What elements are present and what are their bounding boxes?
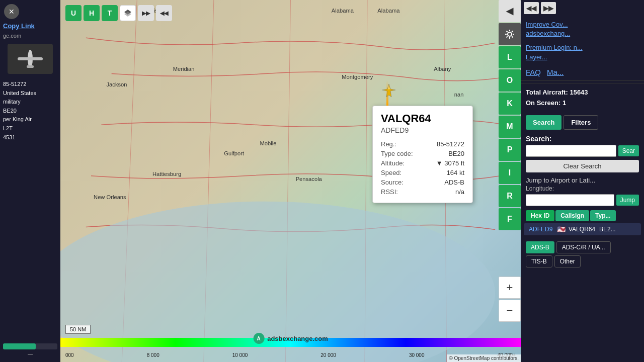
column-headers: Hex ID Callsign Typ...	[521, 207, 644, 222]
svg-text:Hattiesburg: Hattiesburg	[152, 171, 181, 177]
jump-row: Jump	[521, 193, 644, 207]
map-link[interactable]: Ma...	[547, 68, 564, 76]
aircraft-code1: L2T	[3, 124, 57, 133]
o-button[interactable]: O	[499, 69, 521, 92]
aircraft-icon[interactable]	[381, 83, 396, 98]
layers-button[interactable]	[120, 5, 136, 21]
reg-value: 85-51272	[426, 139, 464, 149]
gear-button[interactable]	[499, 23, 521, 45]
source-label: Source:	[381, 177, 426, 187]
left-panel: ✕ Copy Link ge.com 85-51272 United State…	[0, 0, 60, 362]
adsc-source-button[interactable]: ADS-C/R / UA...	[556, 241, 611, 253]
alt-label-3: 20 000	[320, 352, 336, 358]
f-button[interactable]: F	[499, 208, 521, 230]
svg-text:Alabama: Alabama	[332, 8, 354, 14]
map-area[interactable]: Jackson Meridian Hattiesburg Gulfport Ne…	[60, 0, 521, 362]
scale-indicator: 50 NM	[65, 325, 91, 334]
altitude-label: Altitude:	[381, 158, 426, 168]
map-controls: U H T ▶▶ ◀◀	[65, 5, 172, 21]
search-go-button[interactable]: Sear	[618, 145, 639, 156]
alt-label-1: 8 000	[147, 352, 159, 358]
aircraft-list-item[interactable]: ADFED9 🇺🇸 VALQR64 BE2...	[524, 223, 641, 235]
aircraft-type: BE20	[3, 107, 57, 116]
svg-point-24	[508, 32, 512, 36]
link-url: ge.com	[0, 32, 60, 40]
aircraft-name: per King Air	[3, 115, 57, 124]
aircraft-popup: VALQR64 ADFED9 Reg.: 85-51272 Type code:…	[372, 106, 473, 203]
other-source-button[interactable]: Other	[554, 255, 581, 267]
close-button[interactable]: ✕	[4, 4, 19, 19]
stats-block: Total Aircraft: 15643 On Screen: 1	[521, 83, 644, 113]
on-screen-value: 1	[562, 99, 566, 107]
nav-left-button[interactable]: ◀	[499, 0, 521, 22]
svg-text:Pensacola: Pensacola	[296, 176, 323, 182]
u-button[interactable]: U	[65, 5, 82, 21]
search-input[interactable]	[526, 145, 616, 157]
reg-label: Reg.:	[381, 139, 426, 149]
svg-text:nan: nan	[454, 92, 464, 98]
speed-value: 164 kt	[426, 168, 464, 177]
search-row: Sear	[521, 144, 644, 158]
longitude-label: Longitude:	[521, 185, 644, 193]
r-button[interactable]: R	[499, 185, 521, 207]
svg-text:Mobile: Mobile	[260, 140, 277, 146]
rssi-label: RSSI:	[381, 187, 426, 197]
aircraft-reg: 85-51272	[3, 80, 57, 89]
alt-label-2: 10 000	[232, 352, 248, 358]
zoom-out-button[interactable]: −	[499, 300, 521, 322]
filters-button[interactable]: Filters	[564, 115, 598, 130]
col-hex-button[interactable]: Hex ID	[526, 210, 554, 221]
l-button[interactable]: L	[499, 46, 521, 68]
alt-label-0: 000	[65, 352, 74, 358]
type-label: Type code:	[381, 149, 426, 158]
aircraft-hex-cell: ADFED9	[529, 226, 554, 233]
right-nav-left[interactable]: ◀◀	[524, 2, 539, 14]
speed-label: Speed:	[381, 168, 426, 177]
svg-line-31	[512, 31, 513, 32]
search-button[interactable]: Search	[526, 115, 561, 130]
aircraft-flag: 🇺🇸	[557, 225, 566, 233]
svg-text:Montgomery: Montgomery	[342, 74, 373, 80]
total-aircraft-label: Total Aircraft:	[526, 88, 568, 96]
t-button[interactable]: T	[102, 5, 118, 21]
type-value: BE20	[426, 149, 464, 158]
jump-input[interactable]	[526, 194, 614, 206]
svg-line-29	[507, 31, 508, 32]
adsbexchange-logo: A adsbexchange.com	[253, 333, 328, 344]
popup-details: Reg.: 85-51272 Type code: BE20 Altitude:…	[381, 139, 464, 197]
m-button[interactable]: M	[499, 116, 521, 138]
search-filters-row: Search Filters	[521, 112, 644, 133]
right-nav-right[interactable]: ▶▶	[541, 2, 556, 14]
k-button[interactable]: K	[499, 93, 521, 115]
i-button[interactable]: I	[499, 162, 521, 184]
on-screen-stat: On Screen: 1	[526, 98, 639, 109]
clear-search-button[interactable]: Clear Search	[526, 160, 639, 172]
col-callsign-button[interactable]: Callsign	[555, 210, 589, 221]
aircraft-country: United States	[3, 89, 57, 98]
forward-button[interactable]: ▶▶	[138, 5, 154, 21]
back-button[interactable]: ◀◀	[156, 5, 172, 21]
tisb-source-button[interactable]: TIS-B	[526, 255, 552, 267]
side-buttons: ◀ L O K M P I R F	[499, 0, 521, 230]
map-attribution: © OpenStreetMap contributors.	[447, 354, 521, 362]
aircraft-type-cell: BE2...	[599, 226, 616, 233]
jump-go-button[interactable]: Jump	[616, 195, 639, 206]
total-aircraft-value: 15643	[570, 88, 588, 96]
aircraft-category: military	[3, 98, 57, 107]
h-button[interactable]: H	[84, 5, 100, 21]
svg-text:New Orleans: New Orleans	[94, 194, 126, 200]
improve-coverage-link[interactable]: Improve Cov... adsbexchang...	[521, 16, 644, 42]
faq-link[interactable]: FAQ	[526, 68, 541, 76]
adsb-source-button[interactable]: ADS-B	[526, 241, 554, 253]
aircraft-code2: 4531	[3, 133, 57, 142]
p-button[interactable]: P	[499, 139, 521, 161]
svg-line-30	[512, 36, 513, 37]
aircraft-image	[8, 44, 53, 74]
copy-link-button[interactable]: Copy Link	[0, 20, 60, 32]
svg-text:Albany: Albany	[434, 66, 451, 72]
zoom-in-button[interactable]: +	[499, 277, 521, 299]
col-type-button[interactable]: Typ...	[590, 210, 615, 221]
premium-login-link[interactable]: Premium Login: n... Layer...	[521, 42, 644, 65]
svg-text:Jackson: Jackson	[107, 81, 127, 87]
svg-text:Alabama: Alabama	[377, 8, 400, 14]
